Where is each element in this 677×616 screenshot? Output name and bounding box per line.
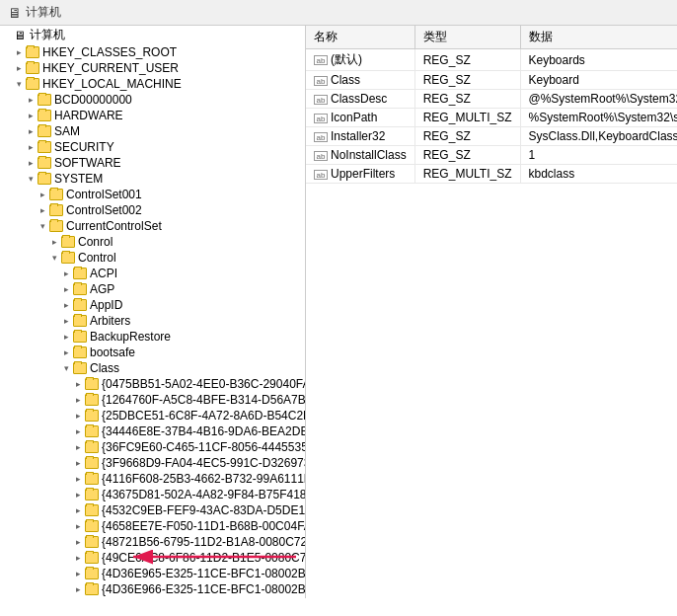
tree-item-security[interactable]: ▸SECURITY <box>0 139 305 155</box>
tree-item-bcd[interactable]: ▸BCD00000000 <box>0 92 305 108</box>
tree-item-conrol[interactable]: ▸Conrol <box>0 234 305 250</box>
cell-name: abClassDesc <box>306 90 414 109</box>
expand-btn-ccs[interactable]: ▾ <box>36 219 49 233</box>
tree-item-computer[interactable]: 🖥计算机 <box>0 26 305 44</box>
folder-icon <box>49 189 63 200</box>
expand-btn-computer[interactable] <box>0 29 14 42</box>
expand-btn-c5[interactable]: ▸ <box>71 440 85 454</box>
main-content: 🖥计算机▸HKEY_CLASSES_ROOT▸HKEY_CURRENT_USER… <box>0 26 677 616</box>
expand-btn-cs002[interactable]: ▸ <box>36 203 49 217</box>
folder-icon <box>85 583 99 595</box>
tree-item-c5[interactable]: ▸{36FC9E60-C465-11CF-8056-444553540000} <box>0 439 305 455</box>
expand-btn-c9[interactable]: ▸ <box>71 503 85 517</box>
tree-item-c11[interactable]: ▸{48721B56-6795-11D2-B1A8-0080C72E74A2} <box>0 534 305 550</box>
table-row[interactable]: abUpperFiltersREG_MULTI_SZkbdclass <box>306 165 677 184</box>
folder-icon <box>85 489 99 500</box>
expand-btn-bootsafe[interactable]: ▸ <box>59 346 73 359</box>
tree-item-label: {34446E8E-37B4-4B16-9DA6-BEA2DB33465A} <box>102 424 306 438</box>
tree-item-c7[interactable]: ▸{4116F608-25B3-4662-B732-99A6111EDC0B} <box>0 471 305 487</box>
value-icon: ab <box>314 151 328 161</box>
expand-btn-sam[interactable]: ▸ <box>24 124 38 138</box>
expand-btn-c10[interactable]: ▸ <box>71 519 85 533</box>
expand-btn-c12[interactable]: ▸ <box>71 551 85 565</box>
expand-btn-agp[interactable]: ▸ <box>59 282 73 296</box>
tree-item-c4[interactable]: ▸{34446E8E-37B4-4B16-9DA6-BEA2DB33465A} <box>0 424 305 439</box>
tree-item-cs001[interactable]: ▸ControlSet001 <box>0 187 305 202</box>
tree-item-control[interactable]: ▾Control <box>0 250 305 266</box>
table-row[interactable]: ab(默认)REG_SZKeyboards <box>306 49 677 71</box>
cell-data: Keyboards <box>520 49 677 71</box>
table-row[interactable]: abClassDescREG_SZ@%SystemRoot%\System32\… <box>306 90 677 109</box>
expand-btn-software[interactable]: ▸ <box>24 156 38 170</box>
expand-btn-conrol[interactable]: ▸ <box>47 235 61 249</box>
expand-btn-c14[interactable]: ▸ <box>71 582 85 596</box>
tree-item-c9[interactable]: ▸{4532C9EB-FEF9-43AC-83DA-D5DE1F9A2BFF} <box>0 502 305 518</box>
expand-btn-c6[interactable]: ▸ <box>71 456 85 470</box>
title-icon: 🖥 <box>8 5 22 21</box>
tree-item-c8[interactable]: ▸{43675D81-502A-4A82-9F84-B75F418C5DEA} <box>0 487 305 502</box>
expand-btn-c4[interactable]: ▸ <box>71 424 85 438</box>
expand-btn-c2[interactable]: ▸ <box>71 393 85 407</box>
folder-icon <box>73 362 87 374</box>
expand-btn-hklm[interactable]: ▾ <box>12 77 26 91</box>
tree-item-c1[interactable]: ▸{0475BB51-5A02-4EE0-B36C-29040FAD2650} <box>0 376 305 392</box>
folder-icon <box>61 236 75 248</box>
expand-btn-control[interactable]: ▾ <box>47 251 61 265</box>
tree-item-c13[interactable]: ▸{4D36E965-E325-11CE-BFC1-08002BE10318} <box>0 566 305 581</box>
table-row[interactable]: abClassREG_SZKeyboard <box>306 71 677 90</box>
tree-item-class[interactable]: ▾Class <box>0 360 305 376</box>
expand-btn-appid[interactable]: ▸ <box>59 298 73 312</box>
value-icon: ab <box>314 95 328 105</box>
tree-item-c14[interactable]: ▸{4D36E966-E325-11CE-BFC1-08002BE10318} <box>0 581 305 597</box>
tree-item-c3[interactable]: ▸{25DBCE51-6C8F-4A72-8A6D-B54C2B4FC835} <box>0 408 305 424</box>
tree-item-c6[interactable]: ▸{3F9668D9-FA04-4EC5-991C-D326973B5128} <box>0 455 305 471</box>
tree-item-ccs[interactable]: ▾CurrentControlSet <box>0 218 305 234</box>
expand-btn-hkcr[interactable]: ▸ <box>12 45 26 59</box>
expand-btn-hkcu[interactable]: ▸ <box>12 61 26 75</box>
expand-btn-c1[interactable]: ▸ <box>71 377 85 391</box>
expand-btn-c7[interactable]: ▸ <box>71 472 85 486</box>
expand-btn-cs001[interactable]: ▸ <box>36 188 49 201</box>
expand-btn-class[interactable]: ▾ <box>59 361 73 375</box>
tree-item-acpi[interactable]: ▸ACPI <box>0 266 305 281</box>
tree-item-c2[interactable]: ▸{1264760F-A5C8-4BFE-B314-D56A7B44A362} <box>0 392 305 408</box>
expand-btn-c11[interactable]: ▸ <box>71 535 85 549</box>
table-row[interactable]: abIconPathREG_MULTI_SZ%SystemRoot%\Syste… <box>306 109 677 127</box>
tree-item-hklm[interactable]: ▾HKEY_LOCAL_MACHINE <box>0 76 305 92</box>
tree-panel[interactable]: 🖥计算机▸HKEY_CLASSES_ROOT▸HKEY_CURRENT_USER… <box>0 26 306 598</box>
tree-item-software[interactable]: ▸SOFTWARE <box>0 155 305 171</box>
tree-item-c15[interactable]: ▸{4D36E967-E325-11CE-BFC1-08002BE10318} <box>0 597 305 598</box>
tree-item-hkcu[interactable]: ▸HKEY_CURRENT_USER <box>0 60 305 76</box>
expand-btn-bcd[interactable]: ▸ <box>24 93 38 107</box>
tree-item-c10[interactable]: ▸{4658EE7E-F050-11D1-B68B-00C04FA372A7} <box>0 518 305 534</box>
tree-item-appid[interactable]: ▸AppID <box>0 297 305 313</box>
folder-icon <box>38 110 51 121</box>
expand-btn-security[interactable]: ▸ <box>24 140 38 154</box>
expand-btn-backuprestore[interactable]: ▸ <box>59 330 73 344</box>
expand-btn-hardware[interactable]: ▸ <box>24 109 38 122</box>
tree-item-agp[interactable]: ▸AGP <box>0 281 305 297</box>
expand-btn-acpi[interactable]: ▸ <box>59 267 73 280</box>
folder-icon <box>49 220 63 232</box>
right-panel: 名称 类型 数据 ab(默认)REG_SZKeyboardsabClassREG… <box>306 26 677 598</box>
expand-btn-c3[interactable]: ▸ <box>71 409 85 423</box>
cell-data: Keyboard <box>520 71 677 90</box>
tree-item-bootsafe[interactable]: ▸bootsafe <box>0 345 305 360</box>
expand-btn-system[interactable]: ▾ <box>24 172 38 186</box>
tree-item-arbiters[interactable]: ▸Arbiters <box>0 313 305 329</box>
tree-item-c12[interactable]: ▸{49CE6AC8-6F86-11D2-B1E5-0080C72E74A2} <box>0 550 305 566</box>
tree-item-backuprestore[interactable]: ▸BackupRestore <box>0 329 305 345</box>
cell-name: abIconPath <box>306 109 414 127</box>
tree-item-cs002[interactable]: ▸ControlSet002 <box>0 202 305 218</box>
tree-item-hkcr[interactable]: ▸HKEY_CLASSES_ROOT <box>0 44 305 60</box>
registry-rows: ab(默认)REG_SZKeyboardsabClassREG_SZKeyboa… <box>306 49 677 184</box>
expand-btn-arbiters[interactable]: ▸ <box>59 314 73 328</box>
expand-btn-c8[interactable]: ▸ <box>71 488 85 501</box>
tree-item-hardware[interactable]: ▸HARDWARE <box>0 108 305 123</box>
expand-btn-c13[interactable]: ▸ <box>71 567 85 580</box>
table-row[interactable]: abInstaller32REG_SZSysClass.Dll,Keyboard… <box>306 127 677 146</box>
tree-item-sam[interactable]: ▸SAM <box>0 123 305 139</box>
tree-item-system[interactable]: ▾SYSTEM <box>0 171 305 187</box>
tree-item-label: {0475BB51-5A02-4EE0-B36C-29040FAD2650} <box>102 377 306 391</box>
table-row[interactable]: abNoInstallClassREG_SZ1 <box>306 146 677 165</box>
